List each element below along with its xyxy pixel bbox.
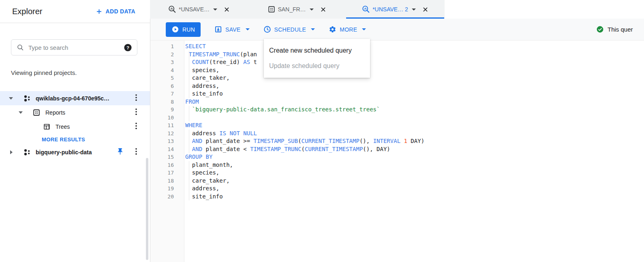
code-line[interactable]: 19 address, bbox=[150, 185, 644, 193]
tab-strip: *UNSAVE… SAN_FR… bbox=[150, 0, 644, 19]
expander-collapse-icon[interactable] bbox=[19, 111, 23, 114]
pin-icon[interactable] bbox=[116, 147, 124, 157]
code-line[interactable]: 20 site_info bbox=[150, 193, 644, 201]
status-text: This quer bbox=[608, 26, 633, 33]
tree-row-table-trees[interactable]: Trees bbox=[0, 119, 150, 134]
code-line[interactable]: 11WHERE bbox=[150, 121, 644, 130]
query-toolbar: RUN SAVE SCHEDULE bbox=[150, 19, 644, 40]
close-icon[interactable] bbox=[320, 6, 326, 13]
menu-item-update-scheduled-query: Update scheduled query bbox=[264, 58, 370, 74]
bigquery-console: Explorer ADD DATA ? Viewing pinned proje… bbox=[0, 0, 644, 262]
code-line[interactable]: 16 plant_month, bbox=[150, 161, 644, 169]
code-line[interactable]: 15GROUP BY bbox=[150, 153, 644, 161]
code-line[interactable]: 1SELECT bbox=[150, 43, 644, 51]
code-text: AND plant_date >= TIMESTAMP_SUB(CURRENT_… bbox=[185, 137, 424, 145]
project-name: bigquery-public-data bbox=[36, 149, 92, 155]
code-text: COUNT(tree_id) AS t bbox=[185, 58, 257, 66]
expander-expand-icon[interactable] bbox=[10, 150, 13, 154]
code-line[interactable]: 4 species, bbox=[150, 66, 644, 75]
save-button[interactable]: SAVE bbox=[214, 26, 250, 33]
line-number: 2 bbox=[150, 51, 174, 59]
more-label: MORE bbox=[340, 26, 357, 33]
svg-text:?: ? bbox=[126, 45, 129, 50]
code-line[interactable]: 3 COUNT(tree_id) AS t bbox=[150, 58, 644, 66]
tab-unsaved-query-2[interactable]: *UNSAVE… 2 bbox=[346, 0, 444, 19]
code-line[interactable]: 17 species, bbox=[150, 169, 644, 177]
code-line[interactable]: 9 `bigquery-public-data.san_francisco_tr… bbox=[150, 106, 644, 114]
line-number: 12 bbox=[150, 130, 174, 138]
tab-unsaved-query-1[interactable]: *UNSAVE… bbox=[150, 0, 248, 19]
code-line[interactable]: 13 AND plant_date >= TIMESTAMP_SUB(CURRE… bbox=[150, 137, 644, 145]
query-icon bbox=[362, 5, 370, 13]
code-line[interactable]: 2 TIMESTAMP_TRUNC(plan bbox=[150, 51, 644, 59]
more-button[interactable]: MORE bbox=[329, 26, 366, 33]
kebab-menu-icon[interactable] bbox=[135, 94, 137, 102]
chevron-down-icon bbox=[246, 28, 250, 30]
expander-collapse-icon[interactable] bbox=[9, 97, 13, 100]
more-results-link[interactable]: MORE RESULTS bbox=[0, 134, 150, 145]
code-line[interactable]: 10 bbox=[150, 114, 644, 122]
kebab-menu-icon[interactable] bbox=[135, 122, 137, 131]
tab-label: *UNSAVE… 2 bbox=[372, 6, 408, 13]
code-line[interactable]: 14 AND plant_date < TIMESTAMP_TRUNC(CURR… bbox=[150, 145, 644, 153]
chevron-down-icon bbox=[362, 28, 366, 30]
tree-row-dataset-reports[interactable]: Reports bbox=[0, 105, 150, 119]
line-number: 8 bbox=[150, 98, 174, 106]
code-line[interactable]: 12 address IS NOT NULL bbox=[150, 130, 644, 138]
line-number: 1 bbox=[150, 43, 174, 51]
explorer-title: Explorer bbox=[12, 7, 42, 16]
code-text: TIMESTAMP_TRUNC(plan bbox=[185, 51, 257, 59]
code-text: address, bbox=[185, 185, 219, 193]
add-data-button[interactable]: ADD DATA bbox=[96, 8, 135, 15]
explorer-tree: qwiklabs-gcp-04-670e95c… Reports bbox=[0, 91, 150, 159]
search-input[interactable] bbox=[28, 44, 124, 51]
code-text: FROM bbox=[185, 98, 199, 106]
sidebar-scrollbar[interactable] bbox=[146, 158, 148, 260]
dataset-name: Reports bbox=[45, 109, 65, 116]
line-number: 4 bbox=[150, 66, 174, 75]
main-area: *UNSAVE… SAN_FR… bbox=[150, 0, 644, 262]
chevron-down-icon[interactable] bbox=[412, 9, 416, 11]
explorer-header: Explorer ADD DATA bbox=[0, 0, 150, 23]
code-line[interactable]: 6 address, bbox=[150, 82, 644, 90]
code-text: address IS NOT NULL bbox=[185, 130, 257, 138]
search-icon bbox=[17, 44, 24, 51]
line-number: 10 bbox=[150, 114, 174, 122]
run-button[interactable]: RUN bbox=[166, 22, 201, 37]
search-box[interactable]: ? bbox=[11, 39, 137, 55]
line-number: 18 bbox=[150, 177, 174, 185]
project-icon bbox=[23, 148, 31, 156]
dataset-icon bbox=[268, 6, 275, 13]
chevron-down-icon[interactable] bbox=[310, 9, 314, 11]
kebab-menu-icon[interactable] bbox=[135, 108, 137, 117]
menu-item-create-scheduled-query[interactable]: Create new scheduled query bbox=[264, 43, 370, 58]
schedule-button[interactable]: SCHEDULE bbox=[263, 26, 315, 33]
line-number: 20 bbox=[150, 193, 174, 201]
sql-editor[interactable]: 1SELECT2 TIMESTAMP_TRUNC(plan3 COUNT(tre… bbox=[150, 40, 644, 262]
code-line[interactable]: 8FROM bbox=[150, 98, 644, 106]
chevron-down-icon[interactable] bbox=[213, 9, 217, 11]
add-data-label: ADD DATA bbox=[106, 8, 135, 15]
code-line[interactable]: 5 care_taker, bbox=[150, 74, 644, 82]
tab-san-francisco-dataset[interactable]: SAN_FR… bbox=[248, 0, 346, 19]
tree-row-project-qwiklabs[interactable]: qwiklabs-gcp-04-670e95c… bbox=[0, 91, 150, 105]
close-icon[interactable] bbox=[422, 6, 428, 13]
schedule-dropdown-menu: Create new scheduled query Update schedu… bbox=[264, 39, 370, 78]
code-line[interactable]: 7 site_info bbox=[150, 90, 644, 98]
line-number: 11 bbox=[150, 121, 174, 130]
clock-icon bbox=[263, 26, 271, 33]
kebab-menu-icon[interactable] bbox=[135, 148, 137, 156]
tree-row-project-bigquery-public-data[interactable]: bigquery-public-data bbox=[0, 145, 150, 159]
code-text: GROUP BY bbox=[185, 153, 212, 161]
code-line[interactable]: 18 care_taker, bbox=[150, 177, 644, 185]
search-help-icon[interactable]: ? bbox=[124, 43, 132, 52]
code-lines: 1SELECT2 TIMESTAMP_TRUNC(plan3 COUNT(tre… bbox=[150, 43, 644, 200]
line-number: 6 bbox=[150, 82, 174, 90]
table-name: Trees bbox=[56, 124, 70, 130]
code-text: species, bbox=[185, 66, 219, 75]
line-number: 9 bbox=[150, 106, 174, 114]
line-number: 13 bbox=[150, 137, 174, 145]
code-text bbox=[185, 114, 192, 122]
gear-icon bbox=[329, 26, 336, 33]
close-icon[interactable] bbox=[224, 6, 230, 13]
